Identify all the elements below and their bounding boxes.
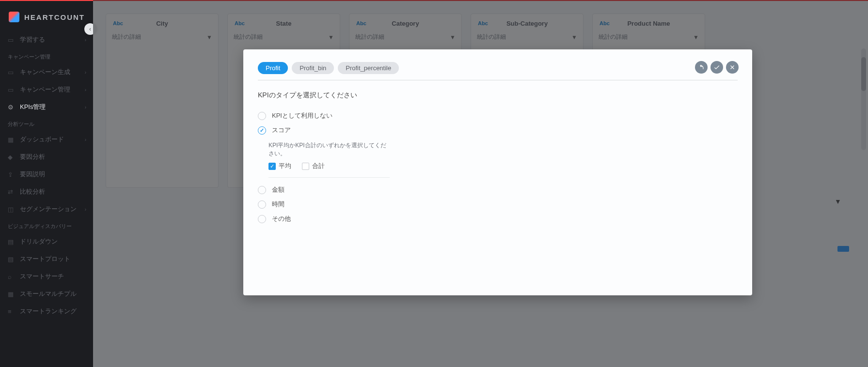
nav-campaign-manage[interactable]: ▭ キャンペーン管理 › — [0, 81, 93, 98]
kpi-option-score[interactable]: スコア — [258, 123, 738, 138]
nav-section-analysis: 分析ツール — [0, 116, 93, 131]
radio-label: 金額 — [272, 185, 284, 194]
sidebar: HEARTCOUNT ‹ ▭ 学習する › キャンペーン管理 ▭ キャンペーン生… — [0, 0, 93, 367]
radio-label: KPIとして利用しない — [272, 111, 332, 120]
nav-campaign-create[interactable]: ▭ キャンペーン生成 › — [0, 63, 93, 81]
kpi-option-none[interactable]: KPIとして利用しない — [258, 108, 738, 123]
folder-icon: ▭ — [8, 69, 15, 76]
close-button[interactable] — [726, 61, 739, 74]
nav-small-multiple[interactable]: ▦ スモールマルチプル — [0, 285, 93, 303]
main-area: Abc City 統計の詳細 ▼ Abc State 統計の詳細 ▼ Abc C… — [93, 0, 868, 367]
nav-drilldown[interactable]: ▤ ドリルダウン — [0, 233, 93, 250]
score-sub-options: KPI平均かKPI合計のいずれかを選択してください。 ✓ 平均 合計 — [268, 141, 390, 178]
brand-text: HEARTCOUNT — [24, 13, 85, 21]
kpi-option-amount[interactable]: 金額 — [258, 183, 738, 197]
folder-icon: ▭ — [8, 86, 15, 93]
nav-label: 要因分析 — [20, 153, 45, 161]
radio-icon — [258, 215, 266, 223]
kpi-type-modal: Profit Profit_bin Profit_percentile KPIの… — [243, 49, 752, 295]
nav-label: KPIs管理 — [20, 103, 46, 111]
check-icon — [713, 64, 720, 71]
radio-icon — [258, 200, 266, 209]
sub-hint: KPI平均かKPI合計のいずれかを選択してください。 — [268, 141, 390, 158]
checkbox-sum[interactable]: 合計 — [302, 162, 325, 170]
nav-smart-search[interactable]: ⌕ スマートサーチ — [0, 268, 93, 285]
brand-logo[interactable]: HEARTCOUNT — [0, 7, 93, 31]
kpi-option-other[interactable]: その他 — [258, 212, 738, 226]
nav-label: スマートランキング — [20, 307, 77, 316]
nav-label: スマートサーチ — [20, 272, 64, 281]
dashboard-icon: ▦ — [8, 136, 15, 143]
nav-label: スマートプロット — [20, 255, 70, 263]
modal-section-title: KPIのタイプを選択してください — [258, 91, 738, 100]
confirm-button[interactable] — [710, 61, 723, 74]
nav-label: 要因説明 — [20, 170, 45, 179]
checkbox-average[interactable]: ✓ 平均 — [268, 162, 291, 170]
undo-button[interactable] — [695, 61, 708, 74]
chevron-right-icon: › — [85, 87, 86, 92]
plot-icon: ▧ — [8, 256, 15, 263]
modal-divider — [258, 80, 738, 80]
nav-smart-ranking[interactable]: ≡ スマートランキング — [0, 303, 93, 320]
nav-label: ドリルダウン — [20, 237, 58, 246]
undo-icon — [698, 64, 705, 71]
pill-profit[interactable]: Profit — [258, 62, 288, 74]
chevron-left-icon: ‹ — [89, 26, 91, 32]
chevron-right-icon: › — [85, 105, 86, 110]
checkbox-icon — [302, 163, 309, 170]
compare-icon: ⇄ — [8, 188, 15, 196]
chevron-right-icon: › — [85, 207, 86, 212]
radio-label: その他 — [272, 214, 291, 223]
book-icon: ▭ — [8, 36, 15, 44]
nav-segmentation[interactable]: ◫ セグメンテーション › — [0, 200, 93, 218]
nav-label: キャンペーン生成 — [20, 68, 70, 76]
segment-icon: ◫ — [8, 206, 15, 213]
checkbox-label: 平均 — [279, 162, 291, 170]
pill-profit-percentile[interactable]: Profit_percentile — [338, 62, 399, 74]
chevron-right-icon: › — [85, 70, 86, 75]
nav-factor-explain[interactable]: ⇪ 要因説明 — [0, 166, 93, 183]
nav-compare[interactable]: ⇄ 比較分析 — [0, 183, 93, 200]
checkbox-label: 合計 — [312, 162, 325, 170]
gear-icon: ⚙ — [8, 104, 15, 111]
modal-actions — [695, 61, 739, 74]
nav-factor-analysis[interactable]: ◆ 要因分析 — [0, 148, 93, 166]
nav-label: 比較分析 — [20, 187, 45, 196]
kpi-option-time[interactable]: 時間 — [258, 197, 738, 212]
pill-tabs: Profit Profit_bin Profit_percentile — [258, 62, 738, 74]
rank-icon: ≡ — [8, 308, 15, 315]
grid-icon: ▦ — [8, 291, 15, 298]
nav-learn[interactable]: ▭ 学習する › — [0, 31, 93, 48]
radio-label: 時間 — [272, 200, 284, 209]
search-icon: ⌕ — [8, 273, 15, 280]
chevron-right-icon: › — [85, 137, 86, 142]
radio-label: スコア — [272, 126, 291, 135]
chevron-right-icon: › — [85, 37, 86, 43]
nav-label: ダッシュボード — [20, 135, 64, 144]
nav-section-visual: ビジュアルディスカバリー — [0, 218, 93, 233]
logo-mark-icon — [9, 12, 19, 22]
radio-selected-icon — [258, 126, 266, 135]
radio-icon — [258, 112, 266, 120]
nav-label: スモールマルチプル — [20, 290, 77, 298]
diamond-icon: ◆ — [8, 153, 15, 161]
share-icon: ⇪ — [8, 171, 15, 178]
nav-section-campaign: キャンペーン管理 — [0, 48, 93, 63]
nav-label: 学習する — [20, 35, 45, 44]
nav-label: キャンペーン管理 — [20, 85, 70, 94]
radio-icon — [258, 186, 266, 194]
drill-icon: ▤ — [8, 238, 15, 245]
nav-smart-plot[interactable]: ▧ スマートプロット — [0, 250, 93, 268]
nav-label: セグメンテーション — [20, 205, 77, 214]
nav-dashboard[interactable]: ▦ ダッシュボード › — [0, 131, 93, 148]
checkbox-checked-icon: ✓ — [268, 163, 276, 170]
close-icon — [729, 64, 736, 71]
pill-profit-bin[interactable]: Profit_bin — [292, 62, 334, 74]
nav-kpis[interactable]: ⚙ KPIs管理 › — [0, 98, 93, 116]
